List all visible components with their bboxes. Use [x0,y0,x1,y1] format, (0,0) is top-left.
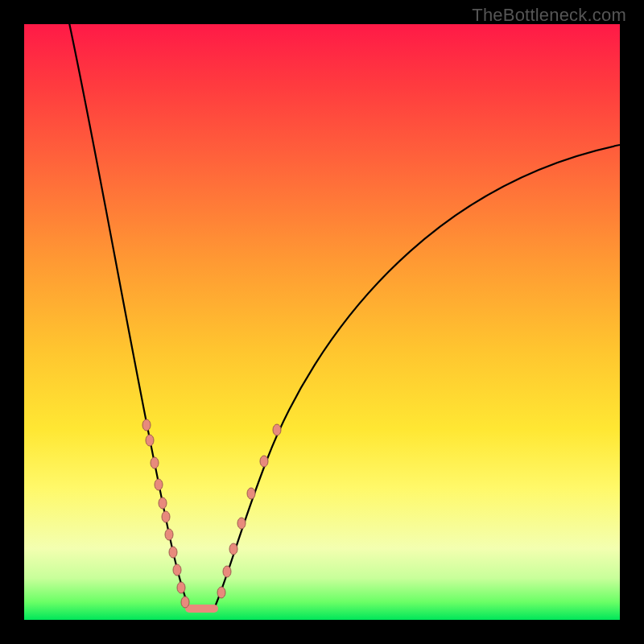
data-marker [181,597,189,608]
data-marker [273,424,281,436]
data-marker [217,587,225,598]
data-marker [223,566,231,577]
data-marker [169,547,177,558]
markers-left [142,419,189,608]
data-marker [229,543,237,555]
chart-svg [24,24,620,620]
bottleneck-curve [66,8,620,609]
outer-frame: TheBottleneck.com [0,0,644,644]
data-marker [159,497,167,509]
data-marker [173,564,181,576]
data-marker [146,435,154,446]
data-marker [151,457,159,469]
data-marker [177,582,185,593]
data-marker [155,479,163,490]
data-marker [165,529,173,540]
data-marker [260,456,268,467]
data-marker [247,488,255,499]
data-marker [237,518,246,529]
data-marker [162,511,170,522]
watermark-text: TheBottleneck.com [472,5,626,26]
data-marker [142,419,151,431]
